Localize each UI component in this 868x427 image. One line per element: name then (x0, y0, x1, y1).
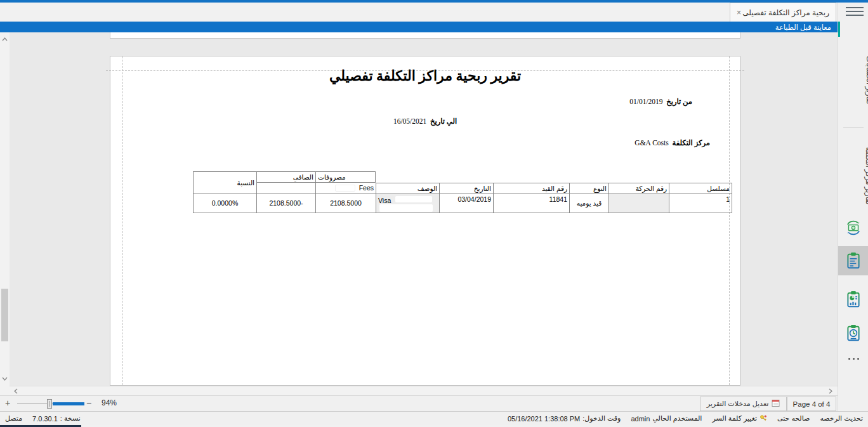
more-options-icon[interactable] (838, 358, 868, 360)
sidebar-accent (838, 22, 840, 37)
menu-icon[interactable] (846, 7, 864, 16)
report-to-date: الي تاريخ 16/05/2021 (110, 117, 740, 126)
current-user: المستخدم الحالي admin (631, 414, 702, 423)
chart-report-icon[interactable] (838, 285, 868, 314)
redaction-block (379, 204, 433, 212)
previous-page-edge (110, 32, 740, 39)
page-indicator: Page 4 of 4 (787, 397, 836, 411)
sidebar-tab-cost-center-reports[interactable]: تقارير مركز التكلفه (863, 131, 868, 220)
zoom-level: 94% (102, 398, 117, 407)
vertical-scrollbar[interactable] (0, 32, 10, 386)
zoom-slider-thumb[interactable] (47, 399, 52, 409)
sidebar-divider (843, 128, 864, 128)
horizontal-scrollbar[interactable] (10, 386, 838, 395)
tab-title: ربحية مراكز التكلفة تفصيلى (742, 8, 829, 17)
report-page: تقرير ربحية مراكز التكلفة تفصيلي من تاري… (110, 56, 740, 386)
redaction-block (335, 185, 355, 192)
report-clipboard-icon[interactable] (838, 246, 868, 275)
col-header-fees: Fees (315, 183, 376, 194)
document-tab-bar: ربحية مراكز التكلفة تفصيلى × (0, 3, 868, 22)
update-license-link[interactable]: تحديث الرخصه (820, 414, 863, 423)
scrollbar-corner (0, 386, 10, 395)
time-report-icon[interactable] (838, 319, 868, 348)
margin-guide-right (729, 56, 730, 385)
version-info: نسخة : 7.0.30.1 (32, 414, 81, 423)
report-table: مصروفات الصافي النسبة مسلسل رقم الحركة ا… (193, 171, 732, 213)
change-password-link[interactable]: تغيير كلمة السر (712, 414, 767, 423)
report-cost-center: مركز التكلفة G&A Costs (635, 138, 710, 147)
col-header-serial: مسلسل (669, 183, 732, 194)
sidebar-tab-account-reports[interactable]: تقارير الحسابات (864, 37, 868, 123)
cell-net: 2108.5000- (256, 194, 315, 213)
cell-entry-no: 11841 (493, 194, 569, 213)
col-header-net: الصافي (256, 171, 315, 183)
col-header-net-sub (256, 183, 315, 194)
cell-serial: 1 (669, 194, 732, 213)
connection-status: متصل (5, 414, 22, 423)
cell-ratio: 0.0000% (193, 194, 256, 213)
money-transfer-icon[interactable] (838, 213, 868, 242)
cell-description: Visa (376, 194, 439, 213)
col-header-entry-no: رقم القيد (493, 183, 569, 194)
close-icon[interactable]: × (737, 8, 741, 17)
col-header-description: الوصف (376, 183, 439, 194)
col-header-movement: رقم الحركة (608, 183, 669, 194)
zoom-out-button[interactable]: − (86, 398, 91, 408)
cell-movement (608, 194, 669, 213)
vertical-scrollbar-thumb[interactable] (1, 289, 8, 341)
redaction-block (395, 196, 432, 202)
cell-type: قيد يوميه (569, 194, 608, 213)
edit-report-inputs-button[interactable]: تعديل مدخلات التقرير (700, 397, 787, 411)
col-header-type: النوع (569, 183, 608, 194)
zoom-slider-fill (53, 402, 84, 405)
cell-expenses: 2108.5000 (315, 194, 376, 213)
cell-date: 03/04/2019 (439, 194, 493, 213)
zoom-in-button[interactable]: + (5, 398, 10, 408)
col-group-expenses: مصروفات (315, 171, 376, 183)
report-title: تقرير ربحية مراكز التكلفة تفصيلي (110, 68, 740, 84)
preview-caption-bar: معاينة قبل الطباعة (0, 22, 838, 32)
margin-guide-left (122, 56, 123, 385)
col-header-date: التاريخ (439, 183, 493, 194)
scroll-up-icon[interactable] (0, 34, 10, 44)
edit-report-icon (772, 399, 780, 409)
preview-caption: معاينة قبل الطباعة (775, 23, 831, 32)
valid-until-label: صالحه حتى (777, 414, 810, 423)
col-header-ratio: النسبة (193, 171, 256, 194)
scroll-right-icon[interactable] (825, 386, 835, 396)
tab-report[interactable]: ربحية مراكز التكلفة تفصيلى × (730, 3, 836, 22)
scroll-left-icon[interactable] (11, 386, 20, 396)
status-bar: تحديث الرخصه صالحه حتى تغيير كلمة السر ا… (0, 411, 868, 425)
key-icon (760, 414, 767, 423)
scroll-down-icon[interactable] (0, 374, 10, 383)
print-preview-area: تقرير ربحية مراكز التكلفة تفصيلي من تاري… (10, 32, 838, 386)
navigation-sidebar: تقارير الحسابات تقارير مركز التكلفه (838, 3, 868, 411)
report-from-date: من تاريخ 01/01/2019 (629, 97, 692, 106)
preview-toolbar: + − 94% تعديل مدخلات التقرير Page 4 of 4 (0, 395, 838, 411)
login-time: وقت الدخول: 05/16/2021 1:38:08 PM (508, 414, 621, 423)
